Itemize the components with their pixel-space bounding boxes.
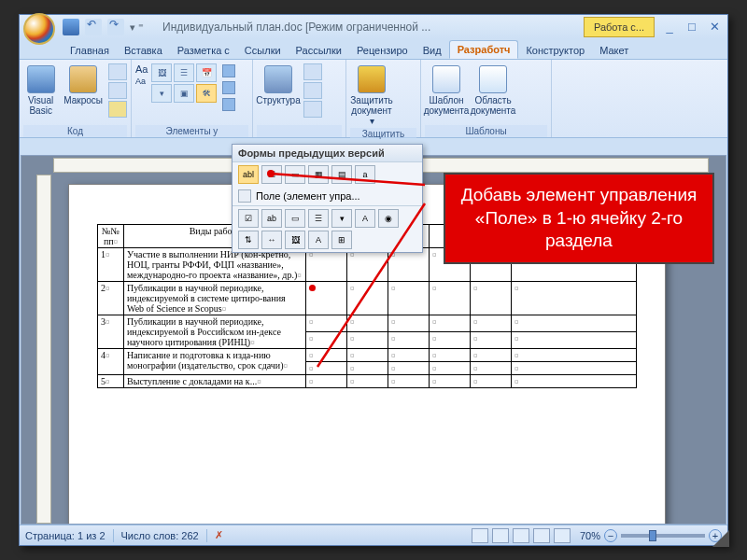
pointer-lines [261, 166, 448, 381]
control-dropdown-icon[interactable]: ▾ [151, 84, 172, 103]
structure-button[interactable]: Структура [257, 63, 300, 107]
group-templates: Шаблон документа Область документа Шабло… [421, 60, 552, 137]
control-picture-icon[interactable]: 🖼 [151, 63, 172, 82]
properties-button[interactable] [220, 80, 237, 95]
document-panel-button[interactable]: Область документа [472, 63, 514, 118]
minimize-icon[interactable]: _ [660, 20, 679, 35]
template-icon [432, 65, 460, 93]
view-reading-icon[interactable] [492, 528, 509, 543]
transform-icon[interactable] [303, 82, 322, 99]
tab-design[interactable]: Конструктор [518, 42, 592, 59]
legacy-textfield-icon[interactable]: abl [238, 165, 259, 184]
record-macro-icon[interactable] [108, 63, 127, 80]
col-number: №№ пп [98, 225, 124, 248]
vertical-ruler[interactable] [36, 175, 51, 524]
control-building-icon[interactable]: ▣ [174, 84, 194, 103]
ribbon: Visual Basic Макросы Код Aa Aa 🖼 ☰ [20, 60, 727, 138]
tab-layout[interactable]: Разметка с [170, 42, 237, 59]
zoom-slider[interactable] [621, 534, 705, 538]
activex-check-icon[interactable]: ☑ [238, 209, 259, 228]
macros-icon [69, 65, 97, 93]
tab-table-layout[interactable]: Макет [592, 42, 636, 59]
zoom-out-icon[interactable]: − [604, 529, 617, 542]
pause-macro-icon[interactable] [108, 82, 127, 99]
activex-spin-icon[interactable]: ⇅ [238, 231, 259, 249]
status-page[interactable]: Страница: 1 из 2 [25, 530, 106, 541]
view-draft-icon[interactable] [554, 528, 571, 543]
controls-gallery: 🖼 ☰ 📅 ▾ ▣ 🛠 [151, 63, 217, 103]
maximize-icon[interactable]: □ [683, 20, 701, 35]
panel-icon [479, 65, 507, 93]
close-icon[interactable]: ✕ [705, 20, 724, 35]
office-button[interactable] [23, 13, 55, 45]
richtext-control-icon[interactable]: Aa [135, 63, 148, 75]
svg-line-0 [271, 174, 425, 185]
document-template-button[interactable]: Шаблон документа [425, 63, 468, 118]
tab-references[interactable]: Ссылки [237, 42, 289, 59]
macro-security-icon[interactable] [108, 101, 127, 118]
group-code: Visual Basic Макросы Код [20, 60, 132, 137]
protect-document-button[interactable]: Защитить документ ▾ [350, 63, 393, 128]
shield-icon [358, 65, 386, 93]
statusbar: Страница: 1 из 2 Число слов: 262 ✗ 70% −… [20, 525, 727, 545]
field-icon [238, 189, 251, 203]
tab-view[interactable]: Вид [416, 42, 449, 59]
redo-icon[interactable] [107, 19, 124, 35]
text-control-icon[interactable]: Aa [135, 77, 148, 86]
spellcheck-icon[interactable]: ✗ [215, 529, 223, 541]
control-combo-icon[interactable]: ☰ [174, 63, 194, 82]
design-mode-button[interactable] [220, 63, 237, 78]
status-words[interactable]: Число слов: 262 [121, 530, 199, 541]
tab-mailings[interactable]: Рассылки [289, 42, 349, 59]
legacy-tools-button[interactable]: 🛠 [196, 84, 217, 103]
view-print-icon[interactable] [472, 528, 488, 543]
control-date-icon[interactable]: 📅 [196, 63, 217, 82]
tab-insert[interactable]: Вставка [117, 42, 170, 59]
svg-point-1 [267, 170, 275, 177]
visual-basic-button[interactable]: Visual Basic [23, 63, 58, 118]
group-xml: Структура [253, 60, 346, 137]
tab-home[interactable]: Главная [63, 42, 117, 59]
zoom-level[interactable]: 70% [580, 530, 600, 541]
group-protect: Защитить документ ▾ Защитить [346, 60, 421, 137]
zoom-controls: 70% − + [472, 528, 722, 543]
schema-icon[interactable] [303, 63, 322, 80]
view-outline-icon[interactable] [533, 528, 550, 543]
ribbon-tabs: Главная Вставка Разметка с Ссылки Рассыл… [20, 39, 727, 60]
vb-icon [27, 65, 55, 93]
contextual-tab-label[interactable]: Работа с... [584, 17, 655, 37]
window-title: Индивидуальный план.doc [Режим ограничен… [162, 21, 430, 34]
titlebar: ▾ ⁼ Индивидуальный план.doc [Режим огран… [20, 15, 727, 39]
tab-developer[interactable]: Разработч [449, 40, 519, 59]
group-icon [222, 98, 235, 111]
group-button[interactable] [220, 97, 237, 112]
group-controls: Aa Aa 🖼 ☰ 📅 ▾ ▣ 🛠 Элементы у [132, 60, 253, 137]
properties-icon [222, 81, 235, 94]
view-web-icon[interactable] [513, 528, 529, 543]
page-curl [712, 530, 729, 547]
structure-icon [264, 65, 292, 93]
quick-access-toolbar: ▾ ⁼ [63, 19, 144, 35]
expansion-icon[interactable] [303, 101, 322, 118]
tab-review[interactable]: Рецензиро [349, 42, 416, 59]
macros-button[interactable]: Макросы [62, 63, 105, 107]
save-icon[interactable] [63, 19, 79, 35]
svg-line-2 [317, 203, 425, 367]
design-mode-icon [222, 64, 235, 77]
window-controls: _ □ ✕ [660, 20, 724, 35]
undo-icon[interactable] [85, 19, 102, 35]
instruction-callout: Добавь элемент управления «Поле» в 1-ю я… [444, 173, 714, 264]
dropdown-title: Формы предыдущих версий [233, 145, 422, 162]
